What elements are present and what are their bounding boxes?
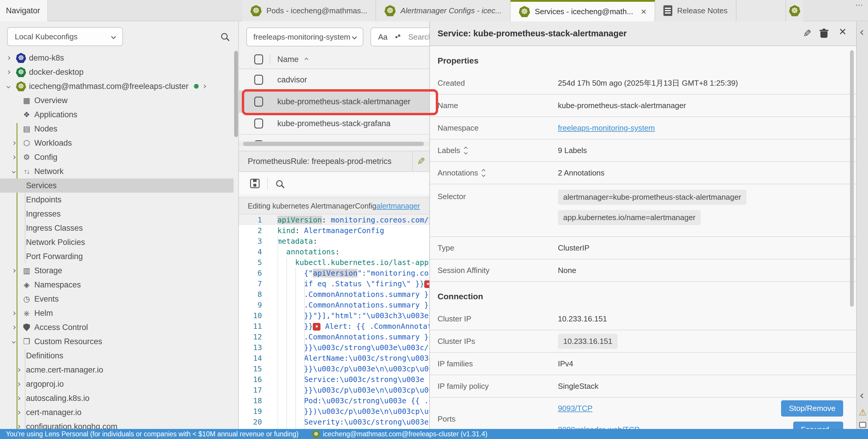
- chevron-right-icon[interactable]: [17, 397, 21, 400]
- chevron-right-icon[interactable]: [12, 269, 16, 273]
- code-text: {"apiVersion":"monitoring.core: [263, 269, 429, 277]
- notification-card-icon[interactable]: [857, 422, 868, 428]
- sidebar-item-helm[interactable]: ⎈Helm: [0, 306, 234, 320]
- sidebar-item-services[interactable]: Services: [0, 178, 234, 193]
- tab-pods-icecheng-mathmas-[interactable]: ☸Pods - icecheng@mathmas...: [242, 0, 376, 21]
- sidebar-item-nodes[interactable]: ▤Nodes: [0, 122, 234, 136]
- tab-alertmanager-configs-ice[interactable]: ☸Alertmanager Configs - icec...: [376, 0, 510, 21]
- table-row[interactable]: cadvisor: [239, 69, 429, 91]
- chevron-right-icon[interactable]: [17, 382, 21, 386]
- chevron-down-icon[interactable]: [6, 85, 10, 88]
- chevron-right-icon[interactable]: [17, 411, 21, 414]
- code-line: 5 kubectl.kubernetes.io/last-appli: [239, 257, 429, 268]
- table-hscroll-thumb[interactable]: [243, 142, 424, 146]
- sidebar-item-access-control[interactable]: Access Control: [0, 320, 234, 334]
- sidebar-item-applications[interactable]: ❖Applications: [0, 107, 234, 122]
- drawer-scrollbar[interactable]: [850, 50, 854, 307]
- sidebar-item-argoproj-io[interactable]: argoproj.io: [0, 377, 234, 391]
- sidebar-item-network-policies[interactable]: Network Policies: [0, 235, 234, 249]
- sidebar-item-demo-k8s[interactable]: ☸demo-k8s: [0, 51, 234, 65]
- chevron-right-icon[interactable]: [12, 141, 16, 145]
- namespace-select[interactable]: freeleaps-monitoring-system: [246, 28, 363, 46]
- sidebar-item-definitions[interactable]: Definitions: [0, 348, 234, 363]
- table-hscroll-track[interactable]: [239, 141, 429, 146]
- sidebar-item-port-forwarding[interactable]: Port Forwarding: [0, 249, 234, 264]
- chevron-right-icon[interactable]: [12, 311, 16, 315]
- tab-release-notes[interactable]: Release Notes: [655, 0, 737, 21]
- editing-prefix: Editing kubernetes AlertmanagerConfig: [248, 202, 376, 210]
- sort-toggle-icon[interactable]: [464, 147, 467, 154]
- yaml-editor[interactable]: 1apiVersion: monitoring.coreos.com/v12ki…: [239, 214, 429, 429]
- sidebar-item-namespaces[interactable]: ◈Namespaces: [0, 278, 234, 292]
- sidebar-item-workloads[interactable]: ⬡Workloads: [0, 136, 234, 150]
- sidebar-item-acme-cert-manager-io[interactable]: acme.cert-manager.io: [0, 363, 234, 377]
- chevron-slot: [17, 383, 26, 385]
- property-label-text: Created: [438, 78, 465, 88]
- stop-remove-button[interactable]: Stop/Remove: [781, 400, 843, 416]
- section-heading: Connection: [438, 290, 856, 303]
- row-checkbox[interactable]: [254, 119, 263, 129]
- tab-services-icecheng-math-[interactable]: ☸Services - icecheng@math...×: [510, 0, 655, 21]
- sidebar-item-icecheng-mathmast-com-freeleap[interactable]: ☸icecheng@mathmast.com@freeleaps-cluster: [0, 79, 234, 93]
- select-all-checkbox[interactable]: [254, 54, 263, 64]
- sort-toggle-icon[interactable]: [482, 170, 485, 176]
- prometheusrule-title: PrometheusRule: freepeals-prod-metrics: [248, 157, 392, 166]
- edit-icon[interactable]: ✎: [803, 28, 811, 39]
- sidebar-item-endpoints[interactable]: Endpoints: [0, 193, 234, 207]
- line-number: 5: [239, 258, 263, 267]
- chevron-right-icon[interactable]: [12, 156, 16, 159]
- sidebar-item-ingress-classes[interactable]: Ingress Classes: [0, 221, 234, 235]
- kubeconfig-select[interactable]: Local Kubeconfigs: [7, 27, 123, 46]
- search-icon[interactable]: [221, 33, 228, 40]
- chevron-down-icon[interactable]: [12, 170, 16, 173]
- chevron-right-icon[interactable]: [17, 368, 21, 372]
- sidebar-item-storage[interactable]: ▥Storage: [0, 264, 234, 278]
- row-checkbox[interactable]: [254, 75, 263, 85]
- drawer-body: PropertiesCreated254d 17h 50m ago (2025年…: [430, 54, 856, 439]
- chevron-right-icon[interactable]: [202, 85, 206, 88]
- sidebar-item-configuration-konghq-com[interactable]: configuration.konghq.com: [0, 419, 234, 429]
- warning-icon[interactable]: ⚠: [857, 407, 868, 417]
- collapse-left-icon[interactable]: [857, 31, 868, 34]
- sidebar-item-custom-resources[interactable]: ❒Custom Resources: [0, 334, 234, 348]
- sidebar-item-network[interactable]: ↑↓Network: [0, 164, 234, 178]
- close-icon[interactable]: ×: [839, 25, 846, 38]
- chevron-right-icon[interactable]: [12, 326, 16, 329]
- port-link[interactable]: 9093/TCP: [558, 404, 592, 413]
- chevron-right-icon[interactable]: [17, 425, 21, 429]
- sidebar-scrollbar[interactable]: [234, 51, 238, 137]
- sidebar-item-ingresses[interactable]: Ingresses: [0, 207, 234, 221]
- delete-icon[interactable]: [820, 29, 828, 38]
- table-search-box[interactable]: Aa ▪* Search: [370, 28, 429, 46]
- sidebar-item-config[interactable]: ⚙Config: [0, 150, 234, 164]
- active-cluster-status[interactable]: ☸ icecheng@mathmast.com@freeleaps-cluste…: [312, 430, 488, 438]
- prometheusrule-bar[interactable]: PrometheusRule: freepeals-prod-metrics ✎: [239, 151, 429, 172]
- sidebar-item-events[interactable]: ◷Events: [0, 292, 234, 306]
- collapse-left-icon[interactable]: [857, 394, 868, 398]
- name-column-header[interactable]: Name: [277, 55, 308, 64]
- chevron-right-icon[interactable]: [6, 70, 10, 74]
- close-icon[interactable]: ×: [641, 7, 647, 16]
- sidebar-item-overview[interactable]: ▦Overview: [0, 93, 234, 107]
- edit-rule-button[interactable]: ✎: [412, 151, 429, 171]
- editor-search-icon[interactable]: [276, 180, 283, 187]
- property-label: Session Affinity: [438, 266, 558, 275]
- editing-resource-link[interactable]: alertmanager: [376, 202, 420, 210]
- code-line: 14 AlertName:\u003c/strong\u003e: [239, 353, 429, 363]
- sidebar-item-cert-manager-io[interactable]: cert-manager.io: [0, 405, 234, 419]
- sidebar-item-docker-desktop[interactable]: ☸docker-desktop: [0, 65, 234, 79]
- namespace-link[interactable]: freeleaps-monitoring-system: [558, 124, 655, 132]
- table-row[interactable]: kube-prometheus-stack-grafana: [239, 113, 429, 135]
- tab-overflow-icon[interactable]: ⋯: [855, 1, 864, 10]
- chevron-slot: [12, 269, 21, 272]
- tab-partial-cluster[interactable]: ☸: [786, 0, 803, 21]
- save-icon[interactable]: [250, 179, 259, 188]
- regex-icon[interactable]: ▪*: [395, 33, 401, 41]
- navigator-tab[interactable]: Navigator: [0, 0, 48, 21]
- sidebar-item-autoscaling-k8s-io[interactable]: autoscaling.k8s.io: [0, 391, 234, 405]
- chevron-down-icon[interactable]: [12, 340, 16, 344]
- code-line: 8 .CommonAnnotations.summary }}: [239, 289, 429, 300]
- chevron-right-icon[interactable]: [6, 56, 10, 60]
- match-case-icon[interactable]: Aa: [378, 33, 388, 42]
- code-text: }}\u003c/strong\u003e\u003c/h3: [263, 343, 429, 352]
